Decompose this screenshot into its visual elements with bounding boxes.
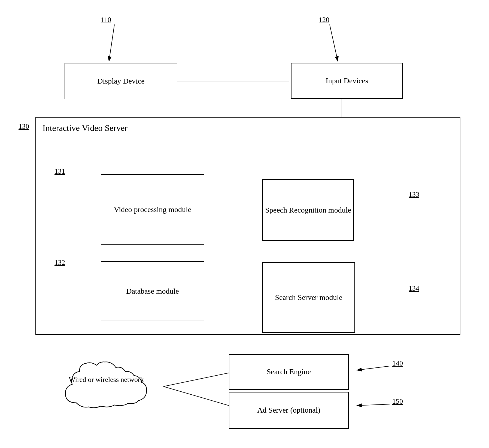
display-device-box: Display Device [65,63,177,99]
ref-134-label: 134 [409,284,419,293]
ref-131-label: 131 [54,167,65,176]
svg-line-2 [109,24,114,61]
input-devices-box: Input Devices [291,63,403,99]
database-module-box: Database module [101,261,204,321]
svg-line-14 [357,366,390,370]
ref-120-label: 120 [319,16,329,24]
svg-line-3 [330,24,338,61]
svg-line-12 [163,373,229,386]
interactive-video-server-box: Interactive Video Server [35,117,460,335]
svg-line-15 [357,404,390,406]
ad-server-box: Ad Server (optional) [229,392,349,429]
speech-recognition-module-box: Speech Recognition module [262,179,354,241]
svg-line-13 [163,386,229,406]
ref-150-label: 150 [392,397,403,406]
ref-130-label: 130 [19,122,29,131]
ref-132-label: 132 [54,259,65,267]
network-cloud: Wired or wireless network [54,354,163,419]
search-server-module-box: Search Server module [262,262,355,333]
search-engine-box: Search Engine [229,354,349,390]
ref-110-label: 110 [101,16,111,24]
video-processing-module-box: Video processing module [101,174,204,245]
ref-140-label: 140 [392,359,403,367]
cloud-label: Wired or wireless network [65,376,147,384]
ref-133-label: 133 [409,191,419,199]
